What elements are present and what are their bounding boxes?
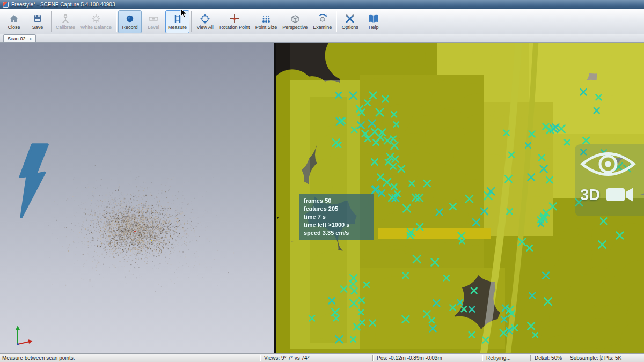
help-book-icon — [368, 13, 379, 24]
perspective-cube-icon — [290, 13, 301, 24]
hud-time-left: time left >1000 s — [304, 221, 369, 229]
hud-features: features 205 — [304, 205, 369, 213]
mode-3d-label: 3D — [580, 186, 600, 204]
status-views: Views: 9° 7° vs 74° — [264, 355, 310, 361]
level-button[interactable]: Level — [142, 10, 165, 33]
white-balance-button[interactable]: White Balance — [78, 10, 114, 33]
toolbar-separator — [191, 11, 192, 32]
toolbar-separator — [116, 11, 116, 32]
examine-button[interactable]: Examine — [310, 10, 334, 33]
measure-button[interactable]: Measure — [165, 10, 189, 33]
status-hint: Measure between scan points. — [2, 355, 75, 361]
view-mode-control: 3D — [575, 144, 644, 216]
level-icon — [148, 13, 159, 24]
record-dot-icon — [125, 13, 135, 24]
view-all-button[interactable]: View All — [193, 10, 217, 33]
save-disk-icon — [32, 13, 43, 24]
eye-icon[interactable] — [578, 147, 638, 181]
lightning-bolt-logo — [19, 141, 52, 221]
toolbar: Close Save Calibrate White Balance Recor… — [0, 9, 644, 34]
record-button[interactable]: Record — [118, 10, 142, 33]
calibrate-tripod-icon — [60, 13, 71, 24]
status-points: Pts: 5K — [604, 355, 621, 361]
status-retrying: Retrying... — [486, 355, 511, 361]
app-window: Freestyle* - SCENE Capture 5.4.100.40903… — [0, 0, 644, 362]
app-icon — [3, 2, 9, 8]
status-separator — [600, 355, 601, 361]
status-separator — [482, 355, 482, 361]
status-separator — [530, 355, 531, 361]
toolbar-separator — [51, 11, 52, 32]
close-button[interactable]: Close — [2, 10, 26, 33]
main-area: frames 50 features 205 time 7 s time lef… — [0, 43, 644, 353]
tab-scan-02[interactable]: Scan-02 x — [3, 34, 36, 42]
help-button[interactable]: Help — [362, 10, 385, 33]
tab-close-icon[interactable]: x — [30, 36, 32, 41]
tracking-stats-hud: frames 50 features 205 time 7 s time lef… — [299, 194, 374, 240]
hud-time: time 7 s — [304, 213, 369, 221]
calibrate-button[interactable]: Calibrate — [53, 10, 78, 33]
view-mode-row: 3D — [578, 185, 643, 204]
title-bar[interactable]: Freestyle* - SCENE Capture 5.4.100.40903 — [0, 0, 644, 9]
options-button[interactable]: Options — [338, 10, 362, 33]
hud-speed: speed 3.35 cm/s — [304, 229, 369, 237]
point-cloud-viewport[interactable] — [0, 43, 274, 354]
point-size-button[interactable]: Point Size — [253, 10, 280, 33]
status-separator — [372, 355, 373, 361]
status-position: Pos: -0.12m -0.89m -0.03m — [377, 355, 442, 361]
window-title: Freestyle* - SCENE Capture 5.4.100.40903 — [11, 2, 115, 8]
home-icon — [9, 13, 19, 24]
status-bar: Measure between scan points. Views: 9° 7… — [0, 353, 644, 362]
hud-frames: frames 50 — [304, 197, 369, 205]
status-separator — [260, 355, 260, 361]
perspective-button[interactable]: Perspective — [280, 10, 310, 33]
camera-viewport: frames 50 features 205 time 7 s time lef… — [276, 43, 644, 354]
axis-triad-icon — [12, 323, 34, 348]
save-button[interactable]: Save — [26, 10, 49, 33]
toolbar-separator — [336, 11, 336, 32]
status-detail: Detail: 50% — [535, 355, 562, 361]
point-size-dots-icon — [261, 13, 272, 24]
white-balance-icon — [91, 13, 101, 24]
options-tools-icon — [345, 13, 355, 24]
video-camera-icon[interactable] — [605, 185, 634, 204]
status-subsample: Subsample: 2 — [570, 355, 603, 361]
rotation-point-button[interactable]: Rotation Point — [217, 10, 253, 33]
view-all-globe-icon — [200, 13, 210, 24]
measure-caliper-icon — [172, 13, 183, 24]
examine-cube-icon — [317, 13, 328, 24]
tab-bar: Scan-02 x — [0, 34, 644, 43]
rotation-point-crosshair-icon — [229, 13, 240, 24]
